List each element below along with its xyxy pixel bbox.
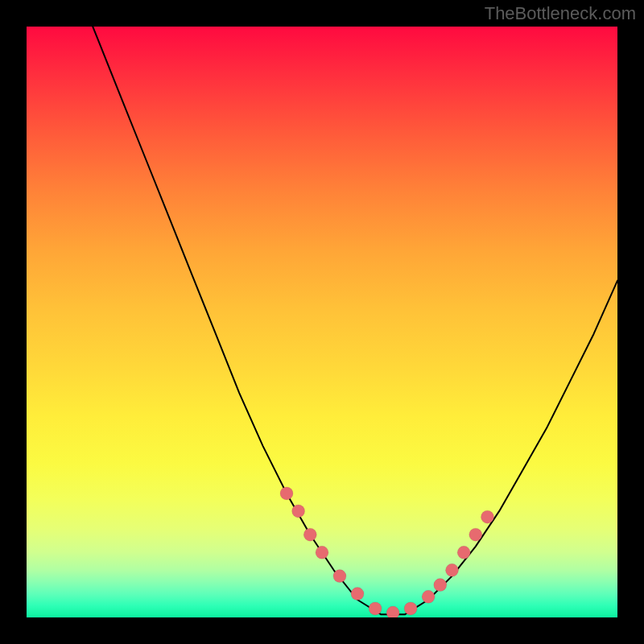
curve-marker <box>292 505 305 518</box>
curve-marker <box>351 588 364 601</box>
plot-area <box>27 27 617 617</box>
curve-marker <box>333 570 346 583</box>
curve-marker <box>469 528 482 541</box>
bottleneck-curve <box>27 27 617 614</box>
watermark-text: TheBottleneck.com <box>485 3 636 24</box>
curve-markers <box>280 487 494 617</box>
curve-marker <box>446 564 459 576</box>
curve-marker <box>316 546 328 559</box>
curve-overlay <box>27 27 617 617</box>
curve-marker <box>422 590 435 603</box>
curve-marker <box>404 602 417 615</box>
curve-marker <box>434 579 447 592</box>
curve-marker <box>481 510 494 523</box>
curve-marker <box>457 546 470 559</box>
curve-marker <box>303 528 316 541</box>
curve-marker <box>386 606 399 617</box>
curve-marker <box>280 487 293 500</box>
chart-frame: TheBottleneck.com <box>0 0 644 644</box>
curve-marker <box>369 602 382 615</box>
